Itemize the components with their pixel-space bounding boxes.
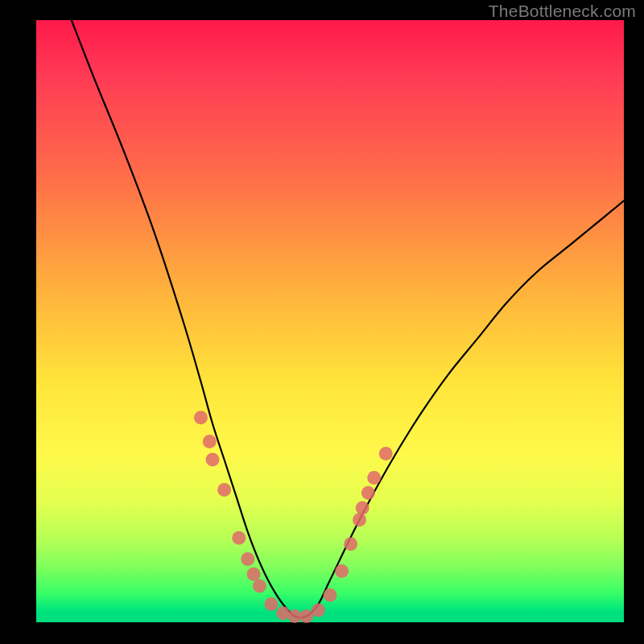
chart-frame: TheBottleneck.com	[0, 0, 644, 644]
marker-dot	[299, 609, 313, 623]
plot-area	[36, 20, 624, 622]
marker-dot	[203, 435, 217, 448]
marker-dot	[367, 471, 381, 485]
marker-dot	[361, 486, 375, 500]
marker-dot	[194, 411, 208, 424]
marker-dot	[253, 580, 266, 593]
marker-dot	[335, 564, 349, 578]
marker-dot	[379, 447, 393, 460]
marker-dot	[276, 606, 290, 620]
marker-dot	[217, 483, 231, 497]
bottom-green-strip	[36, 613, 624, 622]
marker-dot	[232, 531, 246, 545]
marker-dot	[265, 597, 279, 611]
marker-dot	[353, 513, 366, 526]
marker-dots	[194, 411, 393, 623]
marker-dot	[288, 609, 302, 623]
marker-dot	[247, 568, 261, 581]
marker-dot	[241, 552, 254, 566]
marker-dot	[312, 604, 325, 617]
marker-dot	[206, 453, 220, 467]
chart-svg	[36, 20, 624, 622]
bottleneck-curve	[72, 20, 624, 617]
marker-dot	[324, 588, 337, 602]
watermark-text: TheBottleneck.com	[489, 2, 636, 21]
marker-dot	[356, 501, 369, 514]
marker-dot	[344, 537, 357, 551]
